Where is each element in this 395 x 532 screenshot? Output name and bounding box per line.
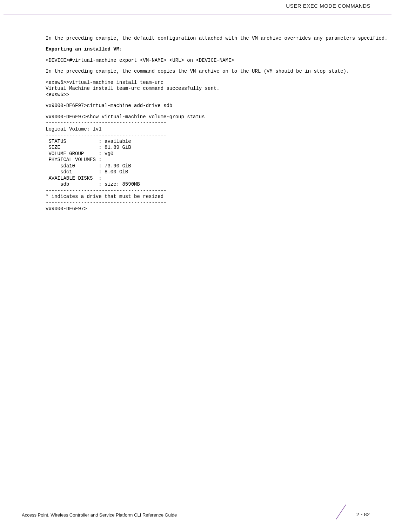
command-add-drive: vx9000-DE6F97>cirtual-machine add-drive … [46, 103, 370, 109]
paragraph-intro: In the preceding example, the default co… [46, 35, 370, 42]
page-footer: Access Point, Wireless Controller and Se… [0, 501, 395, 518]
svg-line-0 [336, 505, 346, 519]
paragraph-explain: In the preceding example, the command co… [46, 68, 370, 75]
page-number: 2 - 82 [356, 511, 370, 518]
footer-divider [4, 501, 391, 501]
header-title: USER EXEC MODE COMMANDS [286, 3, 370, 9]
footer-inner: Access Point, Wireless Controller and Se… [0, 504, 395, 518]
heading-export: Exporting an installed VM: [46, 46, 370, 53]
text-explain: In the preceding example, the command co… [46, 68, 349, 74]
command-export-text: <DEVICE>#virtual-machine export <VM-NAME… [46, 58, 234, 63]
command-add-drive-text: vx9000-DE6F97>cirtual-machine add-drive … [46, 103, 172, 108]
block-volume-status: vx9000-DE6F97>show virtual-machine volum… [46, 114, 370, 212]
heading-export-suffix: : [119, 46, 122, 52]
heading-export-bold: Exporting an installed VM [46, 46, 119, 52]
footer-right: 2 - 82 [333, 504, 370, 518]
slash-icon [333, 504, 349, 520]
command-export: <DEVICE>#virtual-machine export <VM-NAME… [46, 58, 370, 64]
page-content: In the preceding example, the default co… [0, 14, 395, 224]
page-header: USER EXEC MODE COMMANDS [0, 0, 395, 14]
text-intro: In the preceding example, the default co… [46, 35, 388, 41]
footer-guide-title: Access Point, Wireless Controller and Se… [22, 512, 177, 518]
block-install: <exsw6>>virtual-machine install team-urc… [46, 80, 370, 98]
